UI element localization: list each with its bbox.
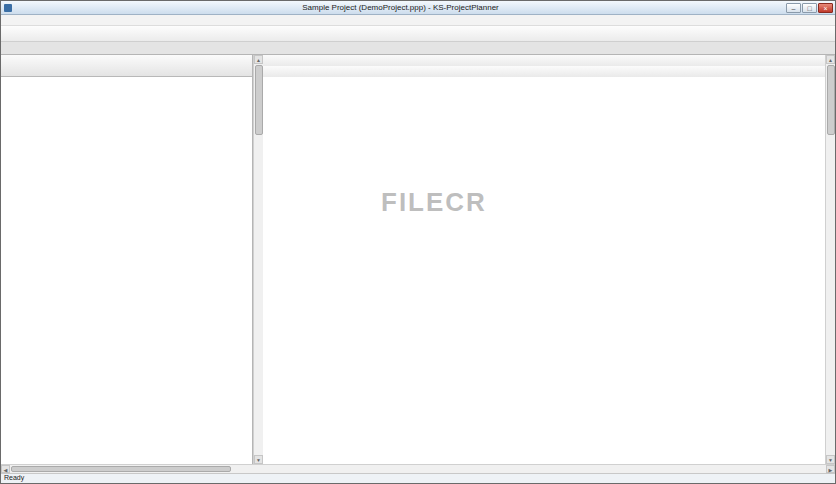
- scroll-up-icon[interactable]: ▲: [254, 55, 263, 64]
- table-vertical-scrollbar[interactable]: ▲ ▼: [253, 55, 263, 464]
- task-table-panel: [1, 55, 253, 464]
- gantt-timeline-header: [263, 55, 825, 77]
- scroll-up-icon[interactable]: ▲: [826, 55, 835, 64]
- scroll-right-icon[interactable]: ▶: [826, 465, 835, 473]
- table-body: [1, 77, 252, 464]
- main-area: ▲ ▼ FILECR ▲ ▼: [1, 55, 835, 464]
- gantt-vertical-scrollbar[interactable]: ▲ ▼: [825, 55, 835, 464]
- gantt-week-row: [263, 66, 825, 77]
- scroll-down-icon[interactable]: ▼: [826, 455, 835, 464]
- maximize-button[interactable]: □: [802, 3, 817, 13]
- app-window: Sample Project (DemoProject.ppp) - KS-Pr…: [0, 0, 836, 484]
- close-button[interactable]: ×: [818, 3, 833, 13]
- gantt-scrollbar-thumb[interactable]: [827, 65, 835, 135]
- tabbar: [1, 42, 835, 55]
- titlebar: Sample Project (DemoProject.ppp) - KS-Pr…: [1, 1, 835, 15]
- horizontal-scrollbar-thumb[interactable]: [11, 466, 231, 472]
- gantt-dependency-lines: [263, 77, 563, 227]
- table-header-row: [1, 55, 252, 77]
- window-controls: – □ ×: [786, 3, 833, 13]
- statusbar: Ready: [1, 473, 835, 483]
- gantt-body: FILECR: [263, 77, 825, 464]
- status-text: Ready: [4, 474, 24, 481]
- gantt-month-row: [263, 55, 825, 66]
- horizontal-scrollbar[interactable]: ◀ ▶: [1, 464, 835, 473]
- app-icon: [4, 4, 12, 12]
- table-scrollbar-thumb[interactable]: [255, 65, 263, 135]
- toolbar: [1, 26, 835, 42]
- scroll-left-icon[interactable]: ◀: [1, 465, 10, 473]
- scroll-down-icon[interactable]: ▼: [254, 455, 263, 464]
- menubar: [1, 15, 835, 26]
- minimize-button[interactable]: –: [786, 3, 801, 13]
- window-title: Sample Project (DemoProject.ppp) - KS-Pr…: [15, 3, 786, 12]
- gantt-panel: FILECR: [263, 55, 825, 464]
